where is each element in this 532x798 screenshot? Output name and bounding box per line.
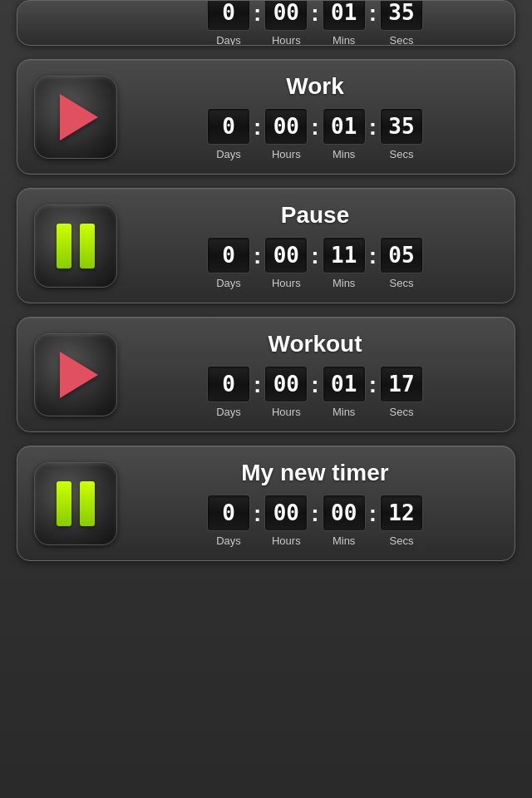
pause-title: Pause (281, 202, 350, 229)
pause-hours-label: Hours (272, 277, 301, 289)
new-timer-display: 0 Days : 00 Hours : 00 Mins : 12 Secs (207, 495, 423, 547)
top-colon3: : (366, 0, 380, 27)
new-timer-pause-bar-left (57, 481, 71, 526)
workout-colon2: : (308, 372, 322, 398)
work-days-value: 0 (207, 108, 250, 145)
top-hours-label: Hours (272, 34, 301, 46)
workout-display: 0 Days : 00 Hours : 01 Mins : 17 Secs (207, 366, 423, 418)
top-days-label: Days (216, 34, 241, 46)
workout-timer-info: Workout 0 Days : 00 Hours : 01 Mins : 17… (132, 331, 498, 418)
pause-secs-label: Secs (390, 277, 414, 289)
pause-secs-value: 05 (380, 237, 423, 273)
workout-timer-card: Workout 0 Days : 00 Hours : 01 Mins : 17… (17, 317, 515, 432)
work-timer-card: Work 0 Days : 00 Hours : 01 Mins : 35 Se… (17, 59, 515, 175)
workout-mins-label: Mins (332, 406, 355, 418)
work-title: Work (286, 73, 344, 100)
workout-mins-segment: 01 Mins (323, 366, 366, 418)
pause-bar-left (57, 224, 71, 268)
new-timer-hours-segment: 00 Hours (264, 495, 308, 547)
pause-colon1: : (250, 243, 264, 269)
workout-colon1: : (250, 372, 264, 398)
pause-colon2: : (308, 243, 322, 269)
new-timer-colon1: : (250, 500, 264, 527)
top-colon1: : (250, 0, 264, 27)
work-timer-info: Work 0 Days : 00 Hours : 01 Mins : 35 Se… (132, 73, 498, 160)
workout-play-button[interactable] (34, 333, 117, 416)
new-timer-info: My new timer 0 Days : 00 Hours : 00 Mins… (132, 460, 498, 547)
pause-colon3: : (366, 243, 380, 269)
new-timer-days-segment: 0 Days (207, 495, 250, 547)
workout-secs-segment: 17 Secs (380, 366, 423, 418)
work-secs-label: Secs (390, 148, 414, 160)
new-timer-mins-segment: 00 Mins (323, 495, 366, 547)
work-hours-value: 00 (264, 108, 308, 145)
work-colon1: : (250, 114, 264, 140)
workout-days-label: Days (216, 406, 241, 418)
work-colon2: : (308, 114, 322, 140)
new-timer-colon3: : (366, 500, 380, 527)
top-mins-value: 01 (323, 0, 366, 31)
pause-timer-card: Pause 0 Days : 00 Hours : 11 Mins : 05 S… (17, 188, 515, 303)
work-hours-segment: 00 Hours (264, 108, 308, 160)
workout-days-value: 0 (207, 366, 250, 402)
workout-title: Workout (268, 331, 362, 357)
work-days-label: Days (216, 148, 241, 160)
new-timer-title: My new timer (241, 460, 388, 486)
new-timer-secs-label: Secs (390, 534, 414, 547)
new-timer-pause-bar-right (80, 481, 95, 526)
work-days-segment: 0 Days (207, 108, 250, 160)
workout-hours-label: Hours (272, 406, 301, 418)
workout-secs-label: Secs (390, 406, 414, 418)
workout-days-segment: 0 Days (207, 366, 250, 418)
pause-mins-segment: 11 Mins (323, 237, 366, 289)
work-colon3: : (366, 114, 380, 140)
top-secs-value: 35 (380, 0, 423, 31)
workout-play-icon (60, 352, 98, 398)
pause-hours-segment: 00 Hours (264, 237, 308, 289)
workout-hours-segment: 00 Hours (264, 366, 308, 418)
work-secs-segment: 35 Secs (380, 108, 423, 160)
pause-timer-info: Pause 0 Days : 00 Hours : 11 Mins : 05 S… (132, 202, 498, 289)
work-display: 0 Days : 00 Hours : 01 Mins : 35 Secs (207, 108, 423, 160)
work-mins-value: 01 (323, 108, 366, 145)
work-mins-label: Mins (332, 148, 355, 160)
new-timer-days-label: Days (216, 534, 241, 547)
pause-secs-segment: 05 Secs (380, 237, 423, 289)
new-timer-secs-segment: 12 Secs (380, 495, 423, 547)
pause-days-label: Days (216, 277, 241, 289)
workout-secs-value: 17 (380, 366, 423, 402)
play-icon (60, 94, 98, 140)
new-timer-hours-label: Hours (272, 534, 301, 547)
new-timer-days-value: 0 (207, 495, 250, 531)
new-timer-mins-label: Mins (332, 534, 355, 547)
new-timer-pause-button[interactable] (34, 462, 117, 545)
new-timer-colon2: : (308, 500, 322, 527)
top-mins-label: Mins (332, 34, 355, 46)
new-timer-mins-value: 00 (323, 495, 366, 531)
top-colon2: : (308, 0, 322, 27)
workout-hours-value: 00 (264, 366, 308, 402)
pause-bar-right (80, 224, 95, 268)
pause-display: 0 Days : 00 Hours : 11 Mins : 05 Secs (207, 237, 423, 289)
workout-colon3: : (366, 372, 380, 398)
new-timer-pause-icon (57, 481, 95, 526)
top-days-value: 0 (207, 0, 250, 31)
new-timer-hours-value: 00 (264, 495, 308, 531)
pause-icon (57, 224, 95, 268)
work-hours-label: Hours (272, 148, 301, 160)
pause-days-value: 0 (207, 237, 250, 273)
pause-mins-value: 11 (323, 237, 366, 273)
work-secs-value: 35 (380, 108, 423, 145)
workout-mins-value: 01 (323, 366, 366, 402)
new-timer-secs-value: 12 (380, 495, 423, 531)
pause-hours-value: 00 (264, 237, 308, 273)
pause-mins-label: Mins (332, 277, 355, 289)
top-secs-label: Secs (390, 34, 414, 46)
work-mins-segment: 01 Mins (323, 108, 366, 160)
work-play-button[interactable] (34, 76, 117, 159)
top-hours-value: 00 (264, 0, 308, 31)
new-timer-card: My new timer 0 Days : 00 Hours : 00 Mins… (17, 446, 515, 561)
pause-days-segment: 0 Days (207, 237, 250, 289)
pause-pause-button[interactable] (34, 204, 117, 288)
